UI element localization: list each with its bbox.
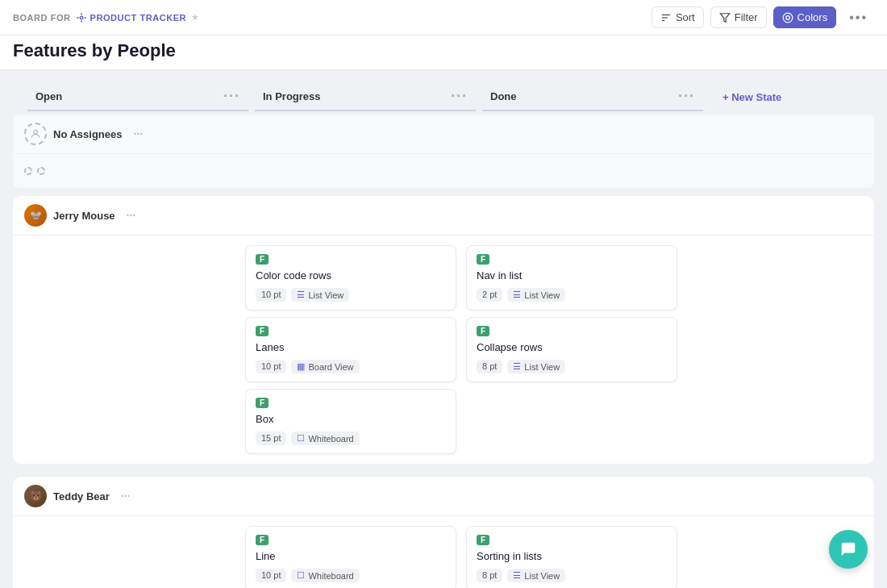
- list-view-icon: ☰: [513, 290, 521, 300]
- jerry-mouse-dots[interactable]: ···: [127, 209, 136, 222]
- card-pts: 2 pt: [477, 288, 502, 302]
- card-line-whiteboard[interactable]: F Line 10 pt ☐ Whiteboard: [245, 526, 456, 588]
- no-assignees-dots[interactable]: ···: [134, 127, 144, 140]
- card-pts: 10 pt: [256, 569, 286, 582]
- columns-header: Open ··· In Progress ··· Done ··· + New …: [13, 83, 874, 111]
- no-assignees-open-col: [19, 164, 240, 178]
- card-title: Collapse rows: [477, 341, 667, 353]
- sort-icon: [660, 12, 672, 23]
- chat-icon: [839, 540, 857, 558]
- card-tag-board-view: ▦ Board View: [291, 360, 359, 373]
- svg-point-11: [34, 130, 38, 134]
- card-tags: 10 pt ☐ Whiteboard: [256, 569, 446, 582]
- teddy-bear-columns: F Line 10 pt ☐ Whiteboard F: [13, 516, 874, 588]
- col-header-done: Done ···: [482, 83, 703, 111]
- svg-marker-8: [720, 13, 730, 22]
- filter-icon: [719, 12, 731, 23]
- card-badge: F: [477, 254, 489, 265]
- group-jerry-mouse: 🐭 Jerry Mouse ··· F Color code rows 10 p…: [13, 196, 874, 464]
- topbar-actions: Sort Filter Colors •••: [652, 6, 874, 28]
- card-tag-list-view: ☰ List View: [507, 360, 565, 373]
- card-badge: F: [477, 535, 489, 545]
- board-view-icon: ▦: [297, 361, 305, 372]
- card-lanes[interactable]: F Lanes 10 pt ▦ Board View: [245, 317, 456, 382]
- card-title: Color code rows: [256, 269, 446, 281]
- colors-button[interactable]: Colors: [773, 6, 837, 28]
- in-progress-col-dots[interactable]: ···: [451, 88, 468, 105]
- card-color-code-rows[interactable]: F Color code rows 10 pt ☰ List View: [245, 245, 456, 311]
- card-tags: 8 pt ☰ List View: [477, 360, 667, 373]
- col-header-in-progress: In Progress ···: [255, 83, 476, 111]
- done-col-dots[interactable]: ···: [678, 88, 695, 105]
- page-title-bar: Features by People: [0, 35, 887, 70]
- svg-point-0: [80, 16, 83, 19]
- card-pts: 8 pt: [477, 569, 502, 582]
- no-assignees-avatar: [24, 123, 47, 145]
- topbar-breadcrumb: BOARD FOR PRODUCT TRACKER ★: [13, 12, 200, 23]
- teddy-bear-in-progress-col: F Line 10 pt ☐ Whiteboard F: [240, 526, 461, 588]
- card-badge: F: [256, 535, 269, 545]
- teddy-bear-dots[interactable]: ···: [121, 490, 131, 503]
- list-view-icon: ☰: [513, 570, 521, 581]
- filter-button[interactable]: Filter: [710, 6, 767, 28]
- card-title: Line: [256, 550, 446, 562]
- card-tags: 15 pt ☐ Whiteboard: [256, 432, 446, 445]
- card-pts: 15 pt: [256, 432, 286, 445]
- jerry-mouse-done-col: F Nav in list 2 pt ☰ List View F: [461, 245, 682, 382]
- card-tag-whiteboard: ☐ Whiteboard: [291, 432, 359, 445]
- more-options-button[interactable]: •••: [843, 7, 874, 28]
- no-assignees-columns: [13, 154, 874, 188]
- product-tracker-link[interactable]: PRODUCT TRACKER: [76, 12, 186, 23]
- jerry-mouse-avatar: 🐭: [24, 204, 47, 227]
- jerry-mouse-columns: F Color code rows 10 pt ☰ List View F: [13, 236, 874, 464]
- open-col-dots[interactable]: ···: [223, 88, 240, 105]
- card-pts: 10 pt: [256, 288, 286, 302]
- card-tags: 10 pt ▦ Board View: [256, 360, 446, 373]
- board-label: BOARD FOR: [13, 13, 71, 23]
- colors-icon: [782, 12, 793, 23]
- group-header-no-assignees: No Assignees ···: [13, 115, 874, 154]
- whiteboard-icon: ☐: [297, 570, 305, 581]
- card-title: Sorting in lists: [477, 550, 667, 562]
- card-tag-whiteboard: ☐ Whiteboard: [291, 569, 359, 582]
- group-no-assignees: No Assignees ···: [13, 115, 874, 188]
- card-tags: 10 pt ☰ List View: [256, 288, 446, 302]
- card-tags: 8 pt ☰ List View: [477, 569, 667, 582]
- card-collapse-rows[interactable]: F Collapse rows 8 pt ☰ List View: [466, 317, 677, 382]
- card-pts: 10 pt: [256, 360, 286, 373]
- teddy-bear-avatar: 🐻: [24, 485, 47, 507]
- card-title: Nav in list: [477, 269, 667, 281]
- card-nav-in-list[interactable]: F Nav in list 2 pt ☰ List View: [466, 245, 677, 311]
- group-header-jerry-mouse: 🐭 Jerry Mouse ···: [13, 196, 874, 236]
- card-title: Lanes: [256, 341, 446, 353]
- group-header-teddy-bear: 🐻 Teddy Bear ···: [13, 477, 874, 516]
- svg-point-9: [783, 13, 793, 23]
- card-tag-list-view: ☰ List View: [291, 288, 349, 302]
- whiteboard-icon: ☐: [297, 433, 305, 444]
- list-view-icon: ☰: [513, 361, 521, 372]
- jerry-mouse-in-progress-col: F Color code rows 10 pt ☰ List View F: [240, 245, 461, 454]
- col-header-open: Open ···: [27, 83, 248, 111]
- list-view-icon: ☰: [297, 290, 305, 300]
- card-badge: F: [256, 326, 269, 336]
- group-teddy-bear: 🐻 Teddy Bear ··· F Line 10 pt: [13, 477, 874, 588]
- card-sorting-in-lists[interactable]: F Sorting in lists 8 pt ☰ List View: [466, 526, 677, 588]
- new-state-button[interactable]: + New State: [713, 86, 791, 108]
- topbar: BOARD FOR PRODUCT TRACKER ★ Sort Filter: [0, 0, 887, 35]
- card-badge: F: [256, 398, 269, 408]
- card-tag-list-view: ☰ List View: [507, 569, 565, 582]
- card-badge: F: [477, 326, 489, 336]
- sort-button[interactable]: Sort: [652, 6, 704, 28]
- svg-point-10: [785, 15, 789, 19]
- card-tag-list-view: ☰ List View: [507, 288, 565, 302]
- card-tags: 2 pt ☰ List View: [477, 288, 667, 302]
- page-title: Features by People: [13, 40, 874, 61]
- card-pts: 8 pt: [477, 360, 502, 373]
- chat-fab-button[interactable]: [829, 530, 868, 569]
- teddy-bear-done-col: F Sorting in lists 8 pt ☰ List View: [461, 526, 682, 588]
- card-box-whiteboard-jerry[interactable]: F Box 15 pt ☐ Whiteboard: [245, 389, 456, 454]
- card-title: Box: [256, 413, 446, 425]
- card-badge: F: [256, 254, 269, 265]
- star-icon[interactable]: ★: [191, 12, 200, 23]
- tracker-icon: [76, 12, 87, 23]
